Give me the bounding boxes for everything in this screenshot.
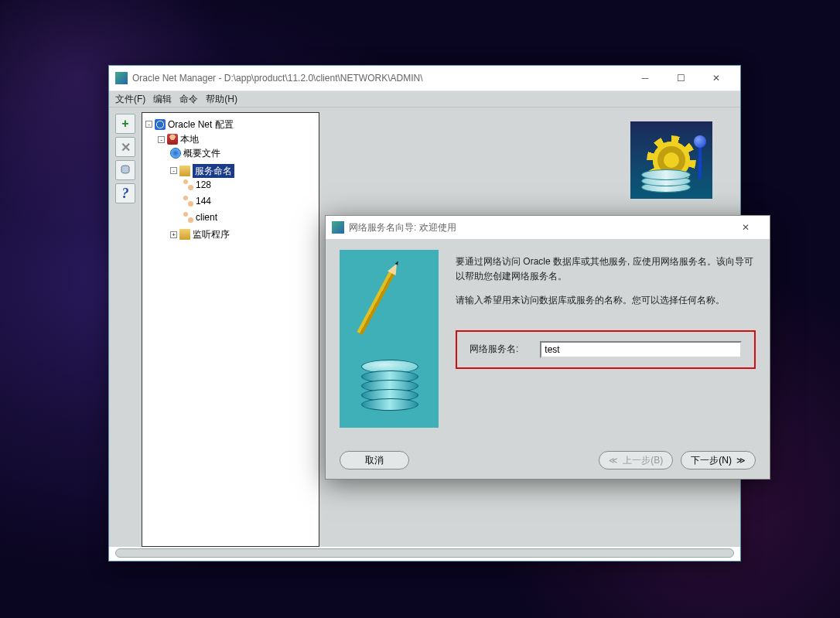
tree-svcnaming-label: 服务命名: [193, 164, 234, 178]
menu-help[interactable]: 帮助(H): [206, 93, 237, 106]
pencil-icon: [357, 271, 394, 335]
tree-item-label: client: [196, 210, 217, 224]
tree-local[interactable]: - 本地: [158, 132, 199, 146]
tree-listener-label: 监听程序: [193, 227, 230, 241]
tree-root[interactable]: - Oracle Net 配置: [145, 118, 234, 131]
cancel-button[interactable]: 取消: [340, 451, 409, 469]
tree-item-144[interactable]: 144: [183, 194, 211, 208]
window-title: Oracle Net Manager - D:\app\product\11.2…: [132, 73, 627, 84]
tree-profile[interactable]: 概要文件: [170, 146, 220, 160]
tree-listener[interactable]: + 监听程序: [170, 227, 230, 241]
service-icon: [183, 196, 193, 207]
wizard-body: 要通过网络访问 Oracle 数据库或其他服务, 应使用网络服务名。该向导可以帮…: [326, 239, 770, 479]
menubar: 文件(F) 编辑 命令 帮助(H): [109, 90, 740, 108]
globe-icon: [170, 148, 181, 159]
folder-icon: [179, 229, 190, 240]
add-button[interactable]: +: [115, 114, 135, 134]
tree-local-label: 本地: [180, 132, 199, 146]
expand-icon[interactable]: +: [170, 231, 177, 238]
main-titlebar: Oracle Net Manager - D:\app\product\11.2…: [109, 66, 740, 90]
wizard-paragraph-2: 请输入希望用来访问数据库或服务的名称。您可以选择任何名称。: [456, 293, 756, 308]
tree-profile-label: 概要文件: [183, 146, 220, 160]
tree-panel: - Oracle Net 配置 - 本地: [142, 112, 319, 547]
wizard-close-button[interactable]: ✕: [728, 216, 763, 239]
local-icon: [167, 134, 178, 145]
window-controls: ─ ☐ ✕: [627, 67, 734, 90]
wizard-text: 要通过网络访问 Oracle 数据库或其他服务, 应使用网络服务名。该向导可以帮…: [456, 250, 756, 443]
help-button[interactable]: ?: [115, 183, 135, 203]
wizard-buttons: 取消 ≪ 上一步(B) 下一步(N) ≫: [340, 443, 756, 469]
app-icon: [115, 72, 128, 84]
left-toolbar: + ✕ ?: [115, 112, 137, 547]
tree-root-label: Oracle Net 配置: [168, 118, 234, 131]
database-icon: [361, 360, 418, 411]
decorative-image: [630, 121, 712, 199]
tree-item-128[interactable]: 128: [183, 178, 211, 192]
db-tool-button[interactable]: [115, 160, 135, 180]
chevron-right-icon: ≫: [736, 456, 746, 466]
service-name-label: 网络服务名:: [470, 342, 518, 357]
chevron-left-icon: ≪: [609, 456, 618, 466]
wizard-graphic: [340, 250, 439, 428]
menu-file[interactable]: 文件(F): [115, 93, 145, 106]
network-icon: [155, 119, 166, 130]
tree-item-label: 128: [196, 178, 211, 192]
folder-icon: [179, 166, 190, 176]
service-icon: [183, 179, 193, 190]
wizard-icon: [332, 221, 344, 234]
close-button[interactable]: ✕: [698, 67, 734, 90]
statusbar: [115, 548, 734, 558]
service-name-input[interactable]: [540, 341, 742, 358]
delete-button[interactable]: ✕: [115, 137, 135, 157]
collapse-icon[interactable]: -: [158, 136, 165, 143]
wizard-title: 网络服务名向导: 欢迎使用: [349, 221, 728, 234]
next-button[interactable]: 下一步(N) ≫: [681, 451, 756, 469]
minimize-button[interactable]: ─: [627, 67, 663, 90]
tree-item-label: 144: [196, 194, 211, 208]
wizard-titlebar: 网络服务名向导: 欢迎使用 ✕: [326, 216, 770, 239]
cylinder-icon: [119, 164, 131, 176]
menu-edit[interactable]: 编辑: [153, 93, 172, 106]
wizard-dialog: 网络服务名向导: 欢迎使用 ✕ 要通过网络访问 Oracle 数据库或其他服务,…: [325, 215, 770, 480]
service-icon: [183, 212, 193, 223]
prev-button[interactable]: ≪ 上一步(B): [599, 451, 673, 469]
tree-service-naming[interactable]: - 服务命名: [170, 164, 234, 178]
service-name-field-box: 网络服务名:: [456, 330, 756, 369]
wizard-paragraph-1: 要通过网络访问 Oracle 数据库或其他服务, 应使用网络服务名。该向导可以帮…: [456, 254, 756, 284]
menu-cmd[interactable]: 命令: [179, 93, 198, 106]
collapse-icon[interactable]: -: [170, 167, 177, 174]
tree-item-client[interactable]: client: [183, 210, 217, 224]
collapse-icon[interactable]: -: [145, 121, 152, 128]
maximize-button[interactable]: ☐: [663, 67, 698, 90]
